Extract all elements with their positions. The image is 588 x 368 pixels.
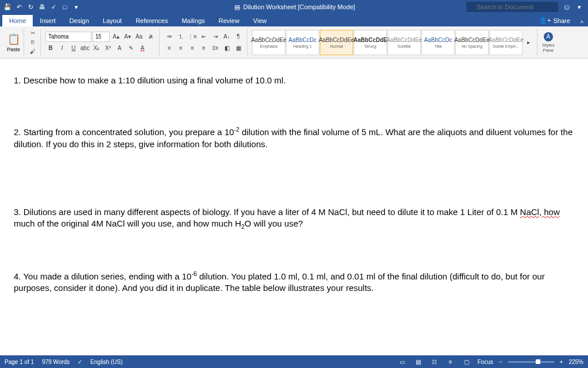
feedback-icon[interactable]: ☺ <box>563 2 571 12</box>
style-normal[interactable]: AaBbCcDdEeNormal <box>320 30 353 55</box>
proofing-icon[interactable]: ✓ <box>78 359 82 365</box>
tab-home[interactable]: Home <box>2 15 33 26</box>
styles-pane-icon: A <box>544 32 553 41</box>
tab-design[interactable]: Design <box>63 15 96 26</box>
search-input[interactable] <box>466 2 558 12</box>
style-subtitle[interactable]: AaBbCcDdEeSubtitle <box>388 30 421 55</box>
view-print-icon[interactable]: ▤ <box>413 358 424 366</box>
text-effects-icon[interactable]: A <box>114 43 125 53</box>
view-outline-icon[interactable]: ≡ <box>446 358 456 366</box>
zoom-level[interactable]: 225% <box>568 359 583 365</box>
redo-icon[interactable]: ↻ <box>26 3 34 11</box>
font-group: A▴ A▾ Aa A̷ B I U abc X₂ X² A ✎ A <box>42 29 160 56</box>
new-doc-icon[interactable]: □ <box>61 3 69 11</box>
question-2: 2. Starting from a concentrated solution… <box>14 125 574 150</box>
titlebar: 💾 ↶ ↻ 🖶 ✓ □ ▾ ▤ Dilution Worksheet [Comp… <box>0 0 588 14</box>
cut-icon[interactable]: ✂ <box>29 29 37 37</box>
quick-access-toolbar: 💾 ↶ ↻ 🖶 ✓ □ ▾ <box>0 3 80 11</box>
format-painter-icon[interactable]: 🖌 <box>29 47 37 55</box>
page-indicator[interactable]: Page 1 of 1 <box>5 359 34 365</box>
sort-icon[interactable]: A↓ <box>222 32 232 42</box>
show-marks-icon[interactable]: ¶ <box>233 32 243 42</box>
search-wrap <box>466 2 558 12</box>
window-title: ▤ Dilution Worksheet [Compatibility Mode… <box>233 3 355 11</box>
ribbon: 📋 Paste ✂ ⎘ 🖌 A▴ A▾ Aa A̷ B I U abc X₂ X… <box>0 26 588 59</box>
justify-icon[interactable]: ≡ <box>199 43 209 53</box>
bullets-icon[interactable]: ≔ <box>164 32 175 42</box>
inc-indent-icon[interactable]: ⇥ <box>210 32 220 42</box>
feedback-dropdown-icon[interactable]: ▾ <box>575 3 583 11</box>
document-canvas[interactable]: 1. Describe how to make a 1:10 dilution … <box>0 59 588 355</box>
zoom-slider[interactable] <box>508 361 554 363</box>
tab-mailings[interactable]: Mailings <box>175 15 211 26</box>
qat-dropdown-icon[interactable]: ▾ <box>72 3 80 11</box>
question-4: 4. You made a dilution series, ending wi… <box>14 270 574 294</box>
focus-icon[interactable]: ▢ <box>462 358 472 366</box>
clipboard-mini: ✂ ⎘ 🖌 <box>25 29 41 56</box>
bold-button[interactable]: B <box>45 43 56 53</box>
style-strong[interactable]: AaBbCcDdEStrong <box>354 30 387 55</box>
align-center-icon[interactable]: ≡ <box>176 43 186 53</box>
tab-review[interactable]: Review <box>212 15 246 26</box>
line-spacing-icon[interactable]: ‡≡ <box>210 43 220 53</box>
question-1: 1. Describe how to make a 1:10 dilution … <box>14 75 574 86</box>
italic-button[interactable]: I <box>57 43 67 53</box>
grow-font-icon[interactable]: A▴ <box>111 32 121 42</box>
clear-format-icon[interactable]: A̷ <box>145 32 156 42</box>
language-indicator[interactable]: English (US) <box>90 359 122 365</box>
font-color-icon[interactable]: A <box>137 43 148 53</box>
shrink-font-icon[interactable]: A▾ <box>122 32 133 42</box>
align-left-icon[interactable]: ≡ <box>164 43 175 53</box>
font-name-select[interactable] <box>45 32 91 42</box>
focus-label[interactable]: Focus <box>478 359 493 365</box>
multilevel-icon[interactable]: ⋮≡ <box>187 32 198 42</box>
print-icon[interactable]: 🖶 <box>38 3 46 11</box>
styles-pane-group[interactable]: A Styles Pane <box>539 29 558 56</box>
strikethrough-button[interactable]: abc <box>80 43 90 53</box>
question-3: 3. Dilutions are used in many different … <box>14 206 574 231</box>
share-button[interactable]: 👤+ Share <box>533 14 576 26</box>
save-icon[interactable]: 💾 <box>3 3 11 11</box>
style-heading1[interactable]: AaBbCcDcHeading 1 <box>286 30 319 55</box>
view-web-icon[interactable]: ☷ <box>430 358 440 366</box>
statusbar: Page 1 of 1 979 Words ✓ English (US) ▭ ▤… <box>0 355 588 368</box>
view-read-icon[interactable]: ▭ <box>397 358 408 366</box>
clipboard-group: 📋 Paste <box>3 29 24 56</box>
style-nospacing[interactable]: AaBbCcDdEeNo Spacing <box>455 30 489 55</box>
share-icon: 👤+ <box>539 17 551 24</box>
tab-insert[interactable]: Insert <box>33 15 63 26</box>
subscript-button[interactable]: X₂ <box>91 43 102 53</box>
style-emphasis[interactable]: AaBbCcDdEeEmphasis <box>252 30 285 55</box>
spellcheck-icon[interactable]: ✓ <box>49 3 57 11</box>
copy-icon[interactable]: ⎘ <box>29 38 37 46</box>
ribbon-tabs: Home Insert Design Layout References Mai… <box>0 14 588 26</box>
font-size-select[interactable] <box>92 32 110 42</box>
collapse-ribbon-icon[interactable]: ^ <box>576 20 588 26</box>
change-case-icon[interactable]: Aa <box>134 32 144 42</box>
superscript-button[interactable]: X² <box>103 43 113 53</box>
styles-pane-label: Styles Pane <box>542 43 555 53</box>
underline-button[interactable]: U <box>68 43 79 53</box>
zoom-out-button[interactable]: − <box>499 359 502 365</box>
highlight-icon[interactable]: ✎ <box>126 43 136 53</box>
dec-indent-icon[interactable]: ⇤ <box>199 32 209 42</box>
style-title[interactable]: AaBbCcDcTitle <box>421 30 455 55</box>
numbering-icon[interactable]: ⒈ <box>176 32 186 42</box>
styles-group: AaBbCcDdEeEmphasis AaBbCcDcHeading 1 AaB… <box>249 29 537 56</box>
tab-references[interactable]: References <box>129 15 175 26</box>
borders-icon[interactable]: ▦ <box>233 43 243 53</box>
paste-icon[interactable]: 📋 <box>7 33 20 45</box>
tab-view[interactable]: View <box>246 15 274 26</box>
shading-icon[interactable]: ◧ <box>222 43 232 53</box>
undo-icon[interactable]: ↶ <box>15 3 23 11</box>
share-label: Share <box>553 17 570 24</box>
word-icon: ▤ <box>233 3 241 11</box>
tab-layout[interactable]: Layout <box>96 15 129 26</box>
zoom-in-button[interactable]: + <box>560 359 563 365</box>
styles-more-icon[interactable]: ▸ <box>523 37 533 48</box>
align-right-icon[interactable]: ≡ <box>187 43 198 53</box>
paste-label: Paste <box>7 47 20 52</box>
word-count[interactable]: 979 Words <box>42 359 69 365</box>
style-subtleemph[interactable]: AaBbCcDdEeSubtle Emph... <box>489 30 523 55</box>
paragraph-group: ≔ ⒈ ⋮≡ ⇤ ⇥ A↓ ¶ ≡ ≡ ≡ ≡ ‡≡ ◧ ▦ <box>161 29 247 56</box>
